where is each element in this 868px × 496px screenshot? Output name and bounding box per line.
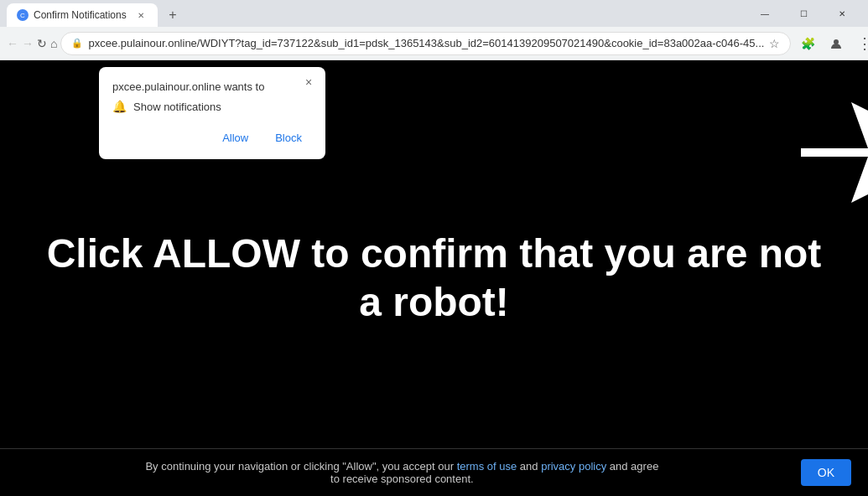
profile-avatar[interactable] xyxy=(823,30,850,57)
home-button[interactable]: ⌂ xyxy=(50,30,57,57)
lock-icon: 🔒 xyxy=(71,38,83,49)
footer-text: By continuing your navigation or clickin… xyxy=(17,460,787,485)
title-bar: C Confirm Notifications ✕ + — ☐ ✕ xyxy=(0,0,868,27)
window-controls: — ☐ ✕ xyxy=(746,0,861,27)
terms-link[interactable]: terms of use xyxy=(457,460,517,473)
privacy-link[interactable]: privacy policy xyxy=(541,460,606,473)
tab-title: Confirm Notifications xyxy=(34,9,129,21)
popup-site-label: pxcee.pulainour.online wants to xyxy=(112,80,312,93)
popup-permission-row: 🔔 Show notifications xyxy=(112,100,312,113)
toolbar-actions: 🧩 ⋮ xyxy=(794,30,868,57)
page-content: Click ALLOW to confirm that you are not … xyxy=(0,60,868,496)
minimize-button[interactable]: — xyxy=(746,0,784,27)
active-tab[interactable]: C Confirm Notifications ✕ xyxy=(7,3,158,27)
notification-popup: × pxcee.pulainour.online wants to 🔔 Show… xyxy=(99,67,325,159)
forward-button[interactable]: → xyxy=(22,30,34,57)
footer-bar: By continuing your navigation or clickin… xyxy=(0,448,868,496)
star-icon[interactable]: ☆ xyxy=(769,37,780,50)
footer-text-4: to receive sponsored content. xyxy=(330,473,474,485)
main-heading: Click ALLOW to confirm that you are not … xyxy=(44,230,825,326)
reload-button[interactable]: ↻ xyxy=(37,30,47,57)
footer-text-3: and agree xyxy=(610,460,659,473)
close-button[interactable]: ✕ xyxy=(823,0,861,27)
url-text: pxcee.pulainour.online/WDIYT?tag_id=7371… xyxy=(88,37,764,49)
allow-button[interactable]: Allow xyxy=(212,127,258,149)
back-button[interactable]: ← xyxy=(7,30,18,57)
popup-close-button[interactable]: × xyxy=(300,74,317,90)
svg-marker-1 xyxy=(801,102,868,203)
toolbar: ← → ↻ ⌂ 🔒 pxcee.pulainour.online/WDIYT?t… xyxy=(0,27,868,60)
footer-text-2: and xyxy=(520,460,538,473)
popup-actions: Allow Block xyxy=(112,127,312,149)
tab-area: C Confirm Notifications ✕ + xyxy=(7,0,746,27)
footer-text-1: By continuing your navigation or clickin… xyxy=(145,460,454,473)
new-tab-button[interactable]: + xyxy=(161,3,185,27)
tab-favicon: C xyxy=(17,9,29,21)
bell-icon: 🔔 xyxy=(112,100,127,113)
maximize-button[interactable]: ☐ xyxy=(784,0,823,27)
block-button[interactable]: Block xyxy=(265,127,312,149)
address-bar[interactable]: 🔒 pxcee.pulainour.online/WDIYT?tag_id=73… xyxy=(60,32,791,55)
menu-button[interactable]: ⋮ xyxy=(851,30,868,57)
main-text-area: Click ALLOW to confirm that you are not … xyxy=(44,230,825,326)
tab-close-button[interactable]: ✕ xyxy=(134,8,148,22)
extensions-button[interactable]: 🧩 xyxy=(794,30,821,57)
ok-button[interactable]: OK xyxy=(801,459,851,486)
permission-label: Show notifications xyxy=(133,101,221,113)
